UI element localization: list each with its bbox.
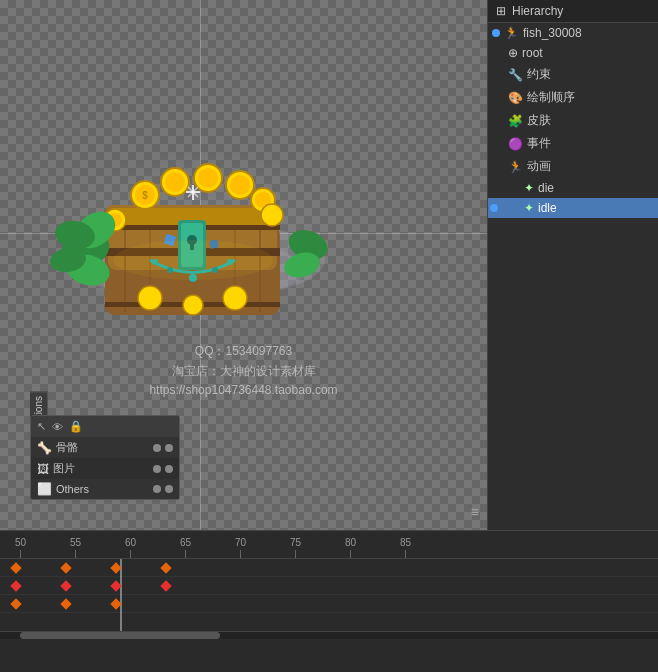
timeline-playhead[interactable] <box>120 559 122 631</box>
svg-point-21 <box>165 172 185 192</box>
idle-icon: ✦ <box>524 201 534 215</box>
shijian-label: 事件 <box>527 135 551 152</box>
ruler-tick-70: 70 <box>235 537 246 558</box>
track-row-2 <box>0 577 658 595</box>
hierarchy-item-root[interactable]: ⊕ root <box>488 43 658 63</box>
ruler-label-80: 80 <box>345 537 356 548</box>
hierarchy-item-pifu[interactable]: 🧩 皮肤 <box>488 109 658 132</box>
donghua-label: 动画 <box>527 158 551 175</box>
yueshu-icon: 🔧 <box>508 68 523 82</box>
keyframe-3-1[interactable] <box>10 598 21 609</box>
ruler-line-50 <box>20 550 21 558</box>
svg-point-30 <box>261 204 283 226</box>
keyframe-1-1[interactable] <box>10 562 21 573</box>
die-icon: ✦ <box>524 181 534 195</box>
root-label: root <box>522 46 543 60</box>
hierarchy-panel: ⊞ Hierarchy 🏃 fish_30008 ⊕ root 🔧 约束 🎨 绘… <box>487 0 658 530</box>
track-row-1 <box>0 559 658 577</box>
layers-panel: ↖ 👁 🔒 🦴 骨骼 🖼 图片 ⬜ Others <box>30 415 180 500</box>
hierarchy-title: Hierarchy <box>512 4 563 18</box>
hierarchy-item-huizhi[interactable]: 🎨 绘制顺序 <box>488 86 658 109</box>
fish30008-label: fish_30008 <box>523 26 582 40</box>
huizhi-icon: 🎨 <box>508 91 523 105</box>
keyframe-2-1[interactable] <box>10 580 21 591</box>
layer-bone-dot2[interactable] <box>165 444 173 452</box>
timeline-scrollbar[interactable] <box>0 631 658 639</box>
ruler-tick-55: 55 <box>70 537 81 558</box>
track-row-3 <box>0 595 658 613</box>
ruler-tick-80: 80 <box>345 537 356 558</box>
eye-icon[interactable]: 👁 <box>52 421 63 433</box>
keyframe-1-4[interactable] <box>160 562 171 573</box>
svg-point-48 <box>113 240 273 280</box>
root-icon: ⊕ <box>508 46 518 60</box>
layer-others-dot1[interactable] <box>153 485 161 493</box>
svg-point-25 <box>230 175 250 195</box>
die-label: die <box>538 181 554 195</box>
hierarchy-item-die[interactable]: ✦ die <box>488 178 658 198</box>
ruler-line-80 <box>350 550 351 558</box>
pifu-label: 皮肤 <box>527 112 551 129</box>
layer-bone-dot1[interactable] <box>153 444 161 452</box>
timeline-tracks <box>0 559 658 631</box>
more-options-icon[interactable]: ≡ <box>471 504 479 520</box>
ruler-label-70: 70 <box>235 537 246 548</box>
cursor-icon[interactable]: ↖ <box>37 420 46 433</box>
layer-image-dot1[interactable] <box>153 465 161 473</box>
layer-row-image: 🖼 图片 <box>31 458 179 479</box>
ruler-tick-75: 75 <box>290 537 301 558</box>
hierarchy-item-donghua[interactable]: 🏃 动画 <box>488 155 658 178</box>
track-keyframes-2 <box>2 582 172 590</box>
ruler-line-55 <box>75 550 76 558</box>
ruler-line-75 <box>295 550 296 558</box>
keyframe-2-2[interactable] <box>60 580 71 591</box>
scroll-thumb[interactable] <box>20 632 220 639</box>
ruler-line-85 <box>405 550 406 558</box>
timeline-area: 50 55 60 65 70 75 <box>0 530 658 672</box>
layer-bone-label: 骨骼 <box>56 440 149 455</box>
idle-label: idle <box>538 201 557 215</box>
hierarchy-item-yueshu[interactable]: 🔧 约束 <box>488 63 658 86</box>
viewport: $ <box>0 0 487 530</box>
svg-point-31 <box>138 286 162 310</box>
bone-icon: 🦴 <box>37 441 52 455</box>
ruler-label-85: 85 <box>400 537 411 548</box>
ruler-line-65 <box>185 550 186 558</box>
ruler-tick-85: 85 <box>400 537 411 558</box>
fish30008-dot <box>492 29 500 37</box>
svg-point-32 <box>223 286 247 310</box>
hierarchy-item-idle[interactable]: ✦ idle <box>488 198 658 218</box>
lock-icon[interactable]: 🔒 <box>69 420 83 433</box>
shijian-icon: 🟣 <box>508 137 523 151</box>
ruler-label-50: 50 <box>15 537 26 548</box>
keyframe-2-4[interactable] <box>160 580 171 591</box>
donghua-icon: 🏃 <box>508 160 523 174</box>
layers-panel-header: ↖ 👁 🔒 <box>31 416 179 437</box>
yueshu-label: 约束 <box>527 66 551 83</box>
track-keyframes-3 <box>2 600 122 608</box>
ruler-line-70 <box>240 550 241 558</box>
hierarchy-item-shijian[interactable]: 🟣 事件 <box>488 132 658 155</box>
hierarchy-item-fish30008[interactable]: 🏃 fish_30008 <box>488 23 658 43</box>
ruler-label-60: 60 <box>125 537 136 548</box>
layer-others-label: Others <box>56 483 149 495</box>
image-icon: 🖼 <box>37 462 49 476</box>
ruler-marks: 50 55 60 65 70 75 <box>0 531 658 558</box>
others-icon: ⬜ <box>37 482 52 496</box>
layer-others-dot2[interactable] <box>165 485 173 493</box>
svg-point-23 <box>198 168 218 188</box>
idle-dot <box>490 204 498 212</box>
fish30008-icon: 🏃 <box>504 26 519 40</box>
hierarchy-header: ⊞ Hierarchy <box>488 0 658 23</box>
keyframe-3-2[interactable] <box>60 598 71 609</box>
ruler-label-55: 55 <box>70 537 81 548</box>
layer-row-bone: 🦴 骨骼 <box>31 437 179 458</box>
pifu-icon: 🧩 <box>508 114 523 128</box>
svg-point-33 <box>183 295 203 315</box>
ruler-tick-50: 50 <box>15 537 26 558</box>
keyframe-1-2[interactable] <box>60 562 71 573</box>
ruler-tick-65: 65 <box>180 537 191 558</box>
svg-text:$: $ <box>142 190 148 201</box>
layer-image-dot2[interactable] <box>165 465 173 473</box>
sprite-container: $ <box>50 130 340 330</box>
